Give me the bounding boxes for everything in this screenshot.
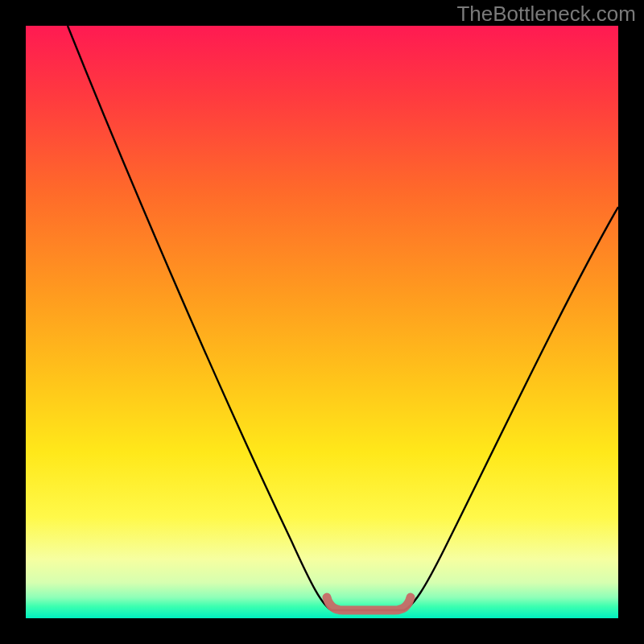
watermark-text: TheBottleneck.com	[456, 2, 636, 27]
trough-marker	[327, 597, 411, 610]
trough-marker-layer	[327, 597, 411, 610]
curve-svg	[26, 26, 618, 618]
bottleneck-curve	[68, 26, 618, 610]
plot-area	[26, 26, 618, 618]
chart-frame: TheBottleneck.com	[0, 0, 644, 644]
curve-layer	[68, 26, 618, 610]
